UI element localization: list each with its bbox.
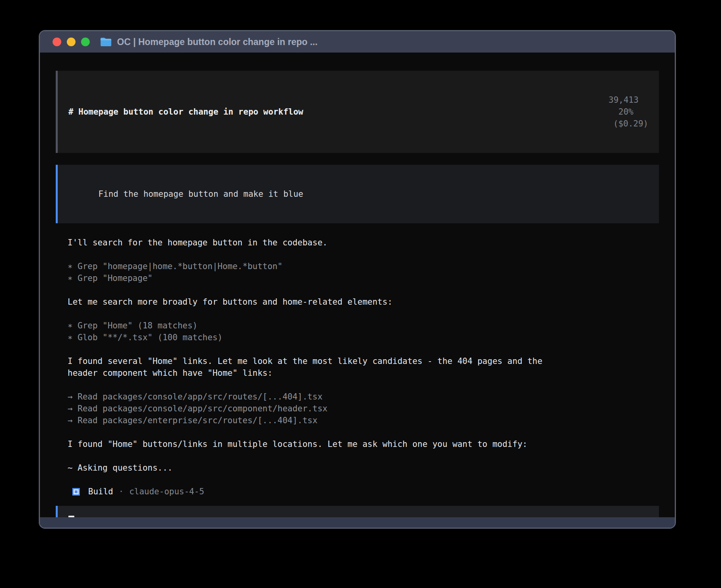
tool-call-line: ∗ Grep "Home" (18 matches) <box>68 320 659 332</box>
transcript-line: I found "Home" buttons/links in multiple… <box>68 438 659 450</box>
minimize-button[interactable] <box>67 38 75 46</box>
tool-call-line: → Read packages/console/app/src/routes/[… <box>68 391 659 403</box>
session-cost: ($0.29) <box>613 119 648 128</box>
prompt-input[interactable]: Build Claude Opus 4.5 OpenCode Zen <box>56 506 659 517</box>
maximize-button[interactable] <box>81 38 90 46</box>
tool-call-line: → Read packages/enterprise/src/routes/[.… <box>68 415 659 426</box>
transcript-line: I'll search for the homepage button in t… <box>68 237 659 249</box>
transcript-line: ~ Asking questions... <box>68 462 659 474</box>
tool-call-group: ∗ Grep "homepage|home.*button|Home.*butt… <box>68 260 659 284</box>
titlebar[interactable]: OC | Homepage button color change in rep… <box>40 31 675 53</box>
user-message: Find the homepage button and make it blu… <box>56 165 659 223</box>
close-button[interactable] <box>53 38 61 46</box>
assistant-transcript: I'll search for the homepage button in t… <box>68 237 659 498</box>
assistant-paragraph: Let me search more broadly for buttons a… <box>68 296 659 308</box>
assistant-paragraph: I found "Home" buttons/links in multiple… <box>68 438 659 450</box>
transcript-line: header component which have "Home" links… <box>68 367 659 379</box>
token-count: 39,413 <box>608 95 638 105</box>
window-bottom-bar <box>40 517 675 528</box>
context-percent: 20% <box>618 107 633 117</box>
window-title: OC | Homepage button color change in rep… <box>117 37 317 47</box>
terminal-content: # Homepage button color change in repo w… <box>40 53 675 517</box>
tool-call-line: ∗ Grep "homepage|home.*button|Home.*butt… <box>68 260 659 272</box>
agent-name: Build <box>88 486 113 498</box>
tool-call-line: → Read packages/console/app/src/componen… <box>68 403 659 415</box>
tool-call-group: ∗ Grep "Home" (18 matches) ∗ Glob "**/*.… <box>68 320 659 343</box>
agent-model: claude-opus-4-5 <box>129 486 204 498</box>
transcript-line: Let me search more broadly for buttons a… <box>68 296 659 308</box>
user-message-text: Find the homepage button and make it blu… <box>98 189 303 199</box>
assistant-paragraph: I'll search for the homepage button in t… <box>68 237 659 249</box>
terminal-window: OC | Homepage button color change in rep… <box>39 30 676 529</box>
transcript-line: I found several "Home" links. Let me loo… <box>68 355 659 367</box>
tool-call-line: ∗ Glob "**/*.tsx" (100 matches) <box>68 332 659 343</box>
traffic-lights <box>53 38 90 46</box>
session-stats: 39,413 20% ($0.29) <box>568 82 648 141</box>
session-title: # Homepage button color change in repo w… <box>68 106 303 118</box>
session-header: # Homepage button color change in repo w… <box>56 71 659 153</box>
tool-call-group: → Read packages/console/app/src/routes/[… <box>68 391 659 426</box>
tool-call-line: ∗ Grep "Homepage" <box>68 272 659 284</box>
assistant-paragraph: ~ Asking questions... <box>68 462 659 474</box>
agent-build-icon <box>72 488 80 496</box>
agent-separator: · <box>119 486 124 498</box>
assistant-paragraph: I found several "Home" links. Let me loo… <box>68 355 659 379</box>
agent-status-line: Build · claude-opus-4-5 <box>68 486 659 498</box>
folder-icon <box>100 37 112 47</box>
